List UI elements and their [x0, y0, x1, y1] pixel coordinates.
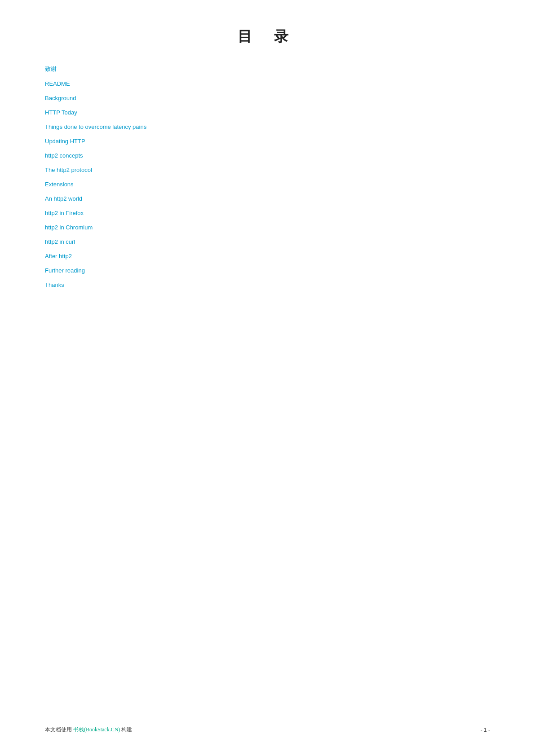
footer-text-suffix: 构建: [120, 726, 132, 733]
toc-list-item: Thanks: [45, 281, 490, 289]
footer-bookstack-link[interactable]: 书栈(BookStack.CN): [73, 726, 120, 733]
toc-list-item: Further reading: [45, 266, 490, 274]
toc-link-14[interactable]: Further reading: [45, 267, 85, 274]
toc-link-6[interactable]: http2 concepts: [45, 152, 83, 159]
page-content: 目 录 致谢READMEBackgroundHTTP TodayThings d…: [0, 0, 535, 756]
footer-page-number: - 1 -: [481, 727, 490, 733]
toc-link-11[interactable]: http2 in Chromium: [45, 224, 93, 231]
page-title: 目 录: [45, 27, 490, 47]
toc-link-5[interactable]: Updating HTTP: [45, 138, 85, 145]
toc-link-15[interactable]: Thanks: [45, 281, 64, 288]
page-footer: 本文档使用 书栈(BookStack.CN) 构建 - 1 -: [0, 726, 535, 734]
toc-link-8[interactable]: Extensions: [45, 181, 74, 188]
toc-list-item: HTTP Today: [45, 108, 490, 116]
toc-link-7[interactable]: The http2 protocol: [45, 167, 92, 173]
toc-list-item: README: [45, 79, 490, 88]
toc-link-2[interactable]: Background: [45, 95, 76, 101]
toc-link-12[interactable]: http2 in curl: [45, 238, 75, 245]
toc-link-9[interactable]: An http2 world: [45, 195, 82, 202]
toc-list-item: http2 in Chromium: [45, 223, 490, 231]
toc-link-1[interactable]: README: [45, 80, 70, 87]
toc-list-item: Things done to overcome latency pains: [45, 123, 490, 131]
toc-list-item: Extensions: [45, 180, 490, 188]
toc-list-item: An http2 world: [45, 194, 490, 202]
toc-list-item: http2 in curl: [45, 237, 490, 246]
toc-list-item: http2 concepts: [45, 151, 490, 159]
toc-link-10[interactable]: http2 in Firefox: [45, 210, 84, 216]
toc-link-3[interactable]: HTTP Today: [45, 109, 77, 116]
toc-list-item: After http2: [45, 252, 490, 260]
toc-list-item: Updating HTTP: [45, 137, 490, 145]
toc-list: 致谢READMEBackgroundHTTP TodayThings done …: [45, 65, 490, 289]
footer-text-prefix: 本文档使用: [45, 726, 73, 733]
toc-list-item: Background: [45, 94, 490, 102]
toc-list-item: 致谢: [45, 65, 490, 73]
footer-left: 本文档使用 书栈(BookStack.CN) 构建: [45, 726, 132, 734]
toc-link-13[interactable]: After http2: [45, 253, 72, 259]
toc-link-4[interactable]: Things done to overcome latency pains: [45, 123, 146, 130]
toc-link-0[interactable]: 致谢: [45, 66, 57, 72]
toc-list-item: http2 in Firefox: [45, 209, 490, 217]
toc-list-item: The http2 protocol: [45, 166, 490, 174]
